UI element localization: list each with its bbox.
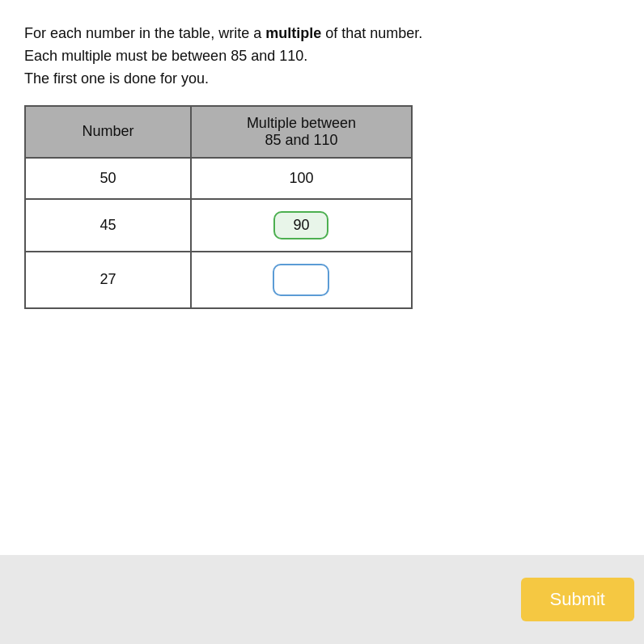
footer-bar: Submit	[0, 555, 644, 644]
answer-input-27[interactable]	[273, 264, 329, 296]
number-cell: 50	[25, 158, 191, 199]
answer-filled-value: 90	[273, 211, 328, 239]
table-row: 45 90	[25, 199, 412, 252]
instruction-line1: For each number in the table, write a mu…	[24, 25, 422, 41]
col-multiple-header: Multiple between 85 and 110	[191, 106, 412, 158]
multiples-table: Number Multiple between 85 and 110 50 10…	[24, 105, 413, 309]
instruction-bold: multiple	[265, 25, 321, 41]
answer-cell-input[interactable]	[191, 252, 412, 308]
table-row: 27	[25, 252, 412, 308]
number-cell: 45	[25, 199, 191, 252]
answer-cell-filled: 90	[191, 199, 412, 252]
instructions: For each number in the table, write a mu…	[24, 23, 620, 91]
instruction-suffix: of that number.	[321, 25, 422, 41]
main-content: For each number in the table, write a mu…	[0, 0, 644, 555]
instruction-prefix: For each number in the table, write a	[24, 25, 265, 41]
answer-cell-static: 100	[191, 158, 412, 199]
table-row: 50 100	[25, 158, 412, 199]
instruction-line2: Each multiple must be between 85 and 110…	[24, 48, 307, 64]
col-multiple-header-line2: 85 and 110	[265, 132, 337, 148]
instruction-line3: The first one is done for you.	[24, 70, 209, 87]
submit-button[interactable]: Submit	[521, 578, 634, 621]
number-cell: 27	[25, 252, 191, 308]
col-multiple-header-line1: Multiple between	[247, 115, 356, 131]
col-number-header: Number	[25, 106, 191, 158]
